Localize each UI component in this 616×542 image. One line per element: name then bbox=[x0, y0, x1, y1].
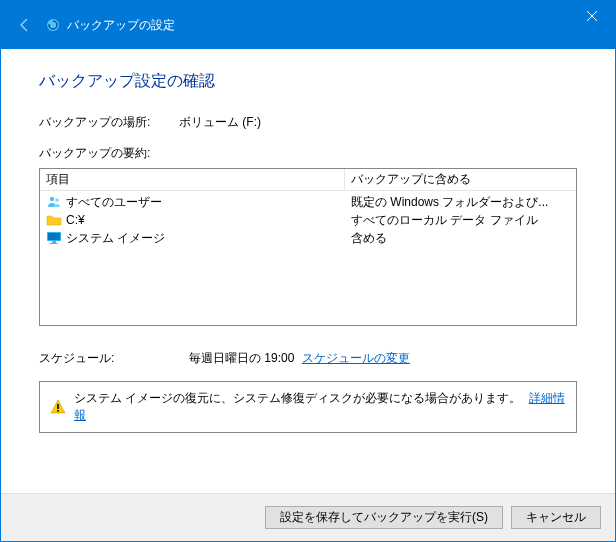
svg-rect-5 bbox=[52, 241, 56, 243]
backup-summary-label: バックアップの要約: bbox=[39, 145, 577, 162]
summary-list: 項目 バックアップに含める すべてのユーザー 既定の Windows フォルダー… bbox=[39, 168, 577, 326]
window-title: バックアップの設定 bbox=[67, 17, 175, 34]
svg-point-2 bbox=[55, 198, 59, 202]
column-header-item[interactable]: 項目 bbox=[40, 169, 345, 191]
close-icon bbox=[587, 11, 597, 21]
info-text: システム イメージの復元に、システム修復ディスクが必要になる場合があります。 詳… bbox=[74, 390, 566, 424]
page-heading: バックアップ設定の確認 bbox=[39, 71, 577, 92]
svg-rect-7 bbox=[57, 404, 59, 409]
info-box: システム イメージの復元に、システム修復ディスクが必要になる場合があります。 詳… bbox=[39, 381, 577, 433]
list-body: すべてのユーザー 既定の Windows フォルダーおよび... C:¥ すべて… bbox=[40, 191, 576, 249]
list-item-label: C:¥ bbox=[66, 213, 85, 227]
titlebar: バックアップの設定 bbox=[1, 1, 615, 49]
svg-point-1 bbox=[50, 197, 54, 201]
change-schedule-link[interactable]: スケジュールの変更 bbox=[302, 351, 410, 365]
back-arrow-icon bbox=[13, 13, 37, 37]
list-item-label: すべてのユーザー bbox=[66, 194, 162, 211]
users-icon bbox=[46, 194, 62, 210]
cancel-button[interactable]: キャンセル bbox=[511, 506, 601, 529]
list-item-included: 既定の Windows フォルダーおよび... bbox=[345, 194, 576, 211]
close-button[interactable] bbox=[569, 1, 615, 31]
column-header-included[interactable]: バックアップに含める bbox=[345, 169, 576, 191]
warning-icon bbox=[50, 399, 66, 415]
list-item[interactable]: すべてのユーザー 既定の Windows フォルダーおよび... bbox=[40, 193, 576, 211]
svg-rect-6 bbox=[50, 243, 58, 244]
svg-rect-4 bbox=[48, 233, 60, 240]
monitor-icon bbox=[46, 230, 62, 246]
backup-location-row: バックアップの場所: ボリューム (F:) bbox=[39, 114, 577, 131]
save-and-run-button[interactable]: 設定を保存してバックアップを実行(S) bbox=[265, 506, 503, 529]
schedule-row: スケジュール: 毎週日曜日の 19:00 スケジュールの変更 bbox=[39, 350, 577, 367]
list-item-label: システム イメージ bbox=[66, 230, 165, 247]
backup-app-icon bbox=[45, 17, 61, 33]
content-area: バックアップ設定の確認 バックアップの場所: ボリューム (F:) バックアップ… bbox=[1, 49, 615, 443]
svg-rect-8 bbox=[57, 410, 59, 412]
list-header: 項目 バックアップに含める bbox=[40, 169, 576, 191]
backup-location-label: バックアップの場所: bbox=[39, 114, 179, 131]
backup-location-value: ボリューム (F:) bbox=[179, 114, 261, 131]
list-item-included: すべてのローカル データ ファイル bbox=[345, 212, 576, 229]
list-item-included: 含める bbox=[345, 230, 576, 247]
list-item[interactable]: システム イメージ 含める bbox=[40, 229, 576, 247]
schedule-label: スケジュール: bbox=[39, 350, 189, 367]
folder-icon bbox=[46, 212, 62, 228]
list-item[interactable]: C:¥ すべてのローカル データ ファイル bbox=[40, 211, 576, 229]
footer: 設定を保存してバックアップを実行(S) キャンセル bbox=[1, 493, 615, 541]
schedule-value: 毎週日曜日の 19:00 スケジュールの変更 bbox=[189, 350, 410, 367]
